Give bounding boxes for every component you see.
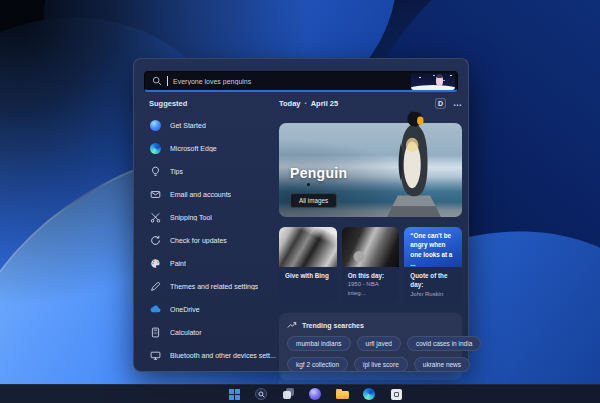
suggested-section: Suggested Get Started Microsoft Edge Tip… xyxy=(149,99,277,370)
cortana-button[interactable] xyxy=(308,387,322,401)
suggested-item-get-started[interactable]: Get Started xyxy=(149,117,277,133)
text-cursor xyxy=(167,76,168,86)
daily-cards-row: Give with Bing On this day: 1950 - NBA i… xyxy=(279,227,462,303)
edge-button[interactable] xyxy=(362,387,376,401)
taskbar-search-button[interactable] xyxy=(254,387,268,401)
edge-icon xyxy=(149,142,161,154)
suggested-item-email-accounts[interactable]: Email and accounts xyxy=(149,186,277,202)
card-subcaption: 1950 - NBA integ... xyxy=(348,280,394,297)
quote-text: “One can't be angry when one looks at a … xyxy=(410,231,456,269)
trending-pill[interactable]: urfi javed xyxy=(357,336,401,351)
trending-title: Trending searches xyxy=(302,322,364,329)
search-icon xyxy=(152,76,162,86)
hero-title: Penguin xyxy=(290,165,347,181)
store-button[interactable] xyxy=(389,387,403,401)
card-caption: Give with Bing xyxy=(285,271,331,280)
task-view-button[interactable] xyxy=(281,387,295,401)
penguin-image xyxy=(382,109,446,217)
desktop: Everyone loves penguins Suggested Get St… xyxy=(0,0,600,403)
search-input[interactable]: Everyone loves penguins xyxy=(144,71,458,92)
suggested-item-paint[interactable]: Paint xyxy=(149,255,277,271)
suggested-item-bluetooth-devices[interactable]: Bluetooth and other devices sett... xyxy=(149,347,277,363)
card-quote-of-the-day[interactable]: “One can't be angry when one looks at a … xyxy=(404,227,462,303)
store-icon xyxy=(391,389,402,400)
mini-penguin-head xyxy=(437,74,442,78)
daily-badge[interactable]: D xyxy=(435,98,446,109)
edge-icon xyxy=(363,388,375,400)
trending-pill[interactable]: kgf 2 collection xyxy=(287,357,348,372)
email-icon xyxy=(149,188,161,200)
themes-icon xyxy=(149,280,161,292)
file-explorer-button[interactable] xyxy=(335,387,349,401)
folder-icon xyxy=(336,389,349,399)
suggested-item-calculator[interactable]: Calculator xyxy=(149,324,277,340)
more-options-icon[interactable]: … xyxy=(453,100,462,106)
trending-up-icon xyxy=(287,320,297,330)
trending-pill[interactable]: ipl live score xyxy=(354,357,408,372)
paint-icon xyxy=(149,257,161,269)
suggested-item-onedrive[interactable]: OneDrive xyxy=(149,301,277,317)
suggested-item-snipping-tool[interactable]: Snipping Tool xyxy=(149,209,277,225)
on-this-day-image xyxy=(342,227,400,267)
today-date: April 25 xyxy=(311,99,339,108)
search-icon xyxy=(255,388,267,400)
stars-decoration xyxy=(419,77,421,79)
give-with-bing-image xyxy=(279,227,337,267)
penguin-illustration xyxy=(411,73,455,90)
suggested-item-themes[interactable]: Themes and related settings xyxy=(149,278,277,294)
suggested-item-tips[interactable]: Tips xyxy=(149,163,277,179)
today-section: Today • April 25 D … xyxy=(279,97,462,380)
trending-pill[interactable]: mumbai indians xyxy=(287,336,351,351)
card-subcaption: John Ruskin xyxy=(410,290,456,298)
today-header: Today • April 25 D … xyxy=(279,97,462,109)
snow-decoration xyxy=(411,85,455,90)
today-label: Today xyxy=(279,99,301,108)
get-started-icon xyxy=(149,119,161,131)
card-give-with-bing[interactable]: Give with Bing xyxy=(279,227,337,303)
updates-icon xyxy=(149,234,161,246)
calculator-icon xyxy=(149,326,161,338)
trending-pill[interactable]: ukraine news xyxy=(414,357,470,372)
suggested-item-microsoft-edge[interactable]: Microsoft Edge xyxy=(149,140,277,156)
snipping-tool-icon xyxy=(149,211,161,223)
search-query-text: Everyone loves penguins xyxy=(173,78,406,85)
devices-icon xyxy=(149,349,161,361)
tips-icon xyxy=(149,165,161,177)
start-button[interactable] xyxy=(227,387,241,401)
carousel-dot xyxy=(307,183,310,186)
all-images-button[interactable]: All images xyxy=(290,193,337,208)
today-separator: • xyxy=(305,100,307,106)
hero-card-penguin[interactable]: Penguin All images xyxy=(279,123,462,217)
suggested-title: Suggested xyxy=(149,99,277,108)
cortana-icon xyxy=(309,388,321,400)
trending-pill[interactable]: covid cases in india xyxy=(407,336,481,351)
taskbar xyxy=(0,384,600,403)
onedrive-icon xyxy=(149,303,161,315)
card-caption: On this day: xyxy=(348,271,394,280)
trending-searches-section: Trending searches mumbai indians urfi ja… xyxy=(279,313,462,380)
search-flyout-panel: Everyone loves penguins Suggested Get St… xyxy=(133,58,469,372)
windows-logo-icon xyxy=(229,389,240,400)
quote-image: “One can't be angry when one looks at a … xyxy=(404,227,462,267)
card-on-this-day[interactable]: On this day: 1950 - NBA integ... xyxy=(342,227,400,303)
task-view-icon xyxy=(283,391,291,399)
card-caption: Quote of the day: xyxy=(410,271,456,290)
suggested-item-check-updates[interactable]: Check for updates xyxy=(149,232,277,248)
